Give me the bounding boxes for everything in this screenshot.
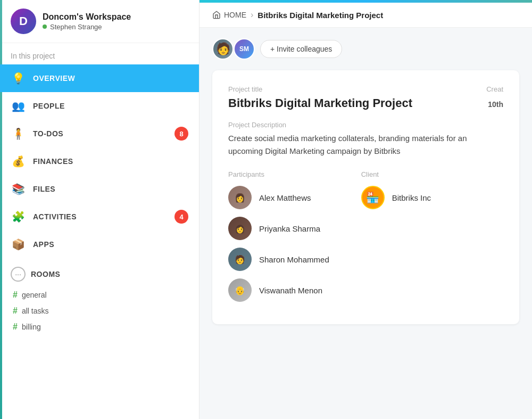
workspace-user: Stephen Strange [43, 23, 131, 31]
alex-face: 👩 [235, 193, 245, 203]
project-created-label: Creat [486, 85, 503, 93]
client-name: Bitbriks Inc [392, 193, 431, 202]
room-item-general[interactable]: # general [11, 287, 188, 303]
client-col: Client 🏪 Bitbriks Inc [361, 170, 431, 309]
workspace-logo: D [11, 9, 36, 34]
room-hash: # [13, 290, 18, 300]
todos-badge: 8 [174, 127, 188, 141]
avatar-viswanath: 👴 [228, 278, 252, 302]
participants-col: Participants 👩 Alex Matthews 👩 Priyanka … [228, 170, 329, 309]
sharon-name: Sharon Mohammed [259, 255, 329, 264]
rooms-label: ROOMS [31, 270, 60, 278]
files-label: FILES [33, 185, 55, 193]
client-item: 🏪 Bitbriks Inc [361, 186, 431, 209]
sidebar-item-files[interactable]: 📚 FILES [0, 175, 199, 203]
activities-badge: 4 [174, 210, 188, 224]
sidebar-item-apps[interactable]: 📦 APPS [0, 231, 199, 258]
participant-priyanka: 👩 Priyanka Sharma [228, 217, 329, 240]
participant-alex: 👩 Alex Matthews [228, 186, 329, 209]
sidebar: D Doncom's Workspace Stephen Strange In … [0, 0, 200, 419]
sm-label: SM [239, 45, 249, 53]
workspace-header: D Doncom's Workspace Stephen Strange [0, 0, 199, 43]
room-item-billing[interactable]: # billing [11, 319, 188, 335]
content-area: 🧑 SM + Invite colleagues Project title C… [200, 28, 532, 419]
workspace-name: Doncom's Workspace [43, 12, 131, 22]
viswanath-name: Viswanath Menon [259, 286, 322, 295]
breadcrumb-separator: › [251, 10, 253, 20]
viswanath-face: 👴 [235, 285, 245, 295]
user-name: Stephen Strange [50, 23, 102, 31]
sidebar-item-finances[interactable]: 💰 FINANCES [0, 147, 199, 175]
breadcrumb-project-name: Bitbriks Digital Marketing Project [257, 11, 383, 20]
room-name-all-tasks: all tasks [22, 307, 49, 315]
project-title: Bitbriks Digital Marketing Project [228, 96, 412, 110]
sidebar-item-people[interactable]: 👥 PEOPLE [0, 92, 199, 120]
activities-label: ACTIVITIES [33, 212, 77, 221]
project-description-label: Project Description [228, 121, 503, 129]
breadcrumb-home[interactable]: HOME [212, 11, 246, 19]
files-icon: 📚 [11, 182, 26, 196]
alex-name: Alex Matthews [259, 193, 311, 202]
sidebar-item-todos[interactable]: 🧍 TO-DOS 8 [0, 120, 199, 147]
sidebar-item-activities[interactable]: 🧩 ACTIVITIES 4 [0, 203, 199, 231]
member-avatar-primary: 🧑 [212, 38, 234, 60]
people-icon: 👥 [11, 98, 26, 113]
in-project-label: In this project [0, 43, 199, 64]
participant-sharon: 🧑 Sharon Mohammed [228, 248, 329, 271]
breadcrumb-home-label: HOME [224, 11, 246, 19]
client-icon: 🏪 [366, 191, 379, 204]
finances-icon: 💰 [11, 154, 26, 169]
invite-label: + Invite colleagues [270, 45, 332, 53]
room-item-all-tasks[interactable]: # all tasks [11, 303, 188, 319]
breadcrumb-bar: HOME › Bitbriks Digital Marketing Projec… [200, 3, 532, 28]
project-created-date: 10th [488, 100, 503, 109]
priyanka-face: 👩 [235, 224, 245, 234]
project-card: Project title Creat Bitbriks Digital Mar… [212, 70, 519, 324]
sidebar-item-overview[interactable]: 💡 OVERVIEW [0, 64, 199, 92]
apps-label: APPS [33, 240, 54, 249]
overview-label: OVERVIEW [33, 74, 75, 83]
apps-icon: 📦 [11, 237, 26, 252]
project-title-label: Project title [228, 85, 262, 93]
status-dot [43, 24, 47, 29]
member-avatar-face: 🧑 [216, 42, 230, 56]
rooms-header: ··· ROOMS [11, 267, 188, 282]
avatar-sharon: 🧑 [228, 248, 252, 271]
avatar-client: 🏪 [361, 186, 385, 209]
room-name-general: general [22, 291, 47, 299]
participant-viswanath: 👴 Viswanath Menon [228, 278, 329, 302]
todos-icon: 🧍 [11, 126, 26, 141]
finances-label: FINANCES [33, 157, 73, 166]
avatar-alex: 👩 [228, 186, 252, 209]
room-name-billing: billing [22, 323, 41, 331]
rooms-section: ··· ROOMS # general # all tasks # billin… [0, 258, 199, 339]
main-content: HOME › Bitbriks Digital Marketing Projec… [200, 0, 532, 419]
rooms-icon: ··· [11, 267, 26, 282]
participants-section: Participants 👩 Alex Matthews 👩 Priyanka … [228, 170, 503, 309]
priyanka-name: Priyanka Sharma [259, 224, 320, 233]
overview-icon: 💡 [11, 71, 26, 86]
todos-label: TO-DOS [33, 129, 63, 138]
participants-label: Participants [228, 170, 329, 178]
people-label: PEOPLE [33, 102, 65, 110]
room-hash-3: # [13, 322, 18, 332]
members-bar: 🧑 SM + Invite colleagues [212, 38, 519, 60]
sharon-face: 🧑 [235, 254, 245, 265]
workspace-info: Doncom's Workspace Stephen Strange [43, 12, 131, 31]
activities-icon: 🧩 [11, 209, 26, 224]
room-hash-2: # [13, 306, 18, 316]
member-avatar-sm: SM [234, 38, 255, 60]
avatar-priyanka: 👩 [228, 217, 252, 240]
client-label: Client [361, 170, 431, 178]
home-icon [212, 11, 221, 19]
project-meta-row: Project title Creat [228, 85, 503, 93]
project-description: Create social media marketing collateral… [228, 132, 503, 158]
invite-colleagues-button[interactable]: + Invite colleagues [260, 40, 342, 58]
